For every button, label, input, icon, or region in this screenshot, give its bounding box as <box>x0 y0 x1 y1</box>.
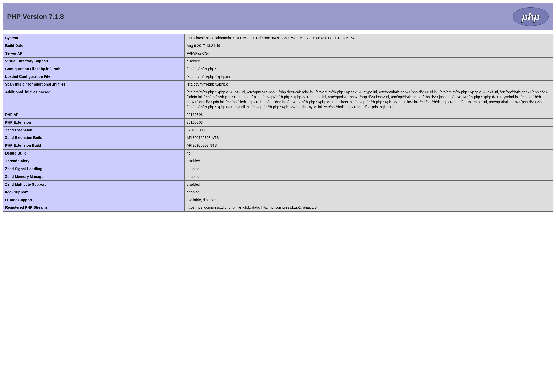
page-title: PHP Version 7.1.8 <box>7 13 64 21</box>
phpinfo-table: SystemLinux localhost.localdomain 3.10.0… <box>3 34 553 212</box>
config-value: 20160303 <box>184 118 553 126</box>
config-value: /etc/opt/rh/rh-php71 <box>184 65 553 73</box>
config-key: Virtual Directory Support <box>3 57 185 65</box>
table-row: Scan this dir for additional .ini files/… <box>3 81 553 88</box>
config-value: API20160303,NTS <box>184 142 553 150</box>
config-value: no <box>184 150 553 157</box>
table-row: Debug Buildno <box>3 150 553 157</box>
config-value: API320160303,NTS <box>184 134 553 142</box>
table-row: Zend Extension BuildAPI320160303,NTS <box>3 134 553 142</box>
config-key: Configuration File (php.ini) Path <box>3 65 185 73</box>
config-value: Aug 9 2017 13:21:49 <box>184 42 553 50</box>
config-value: /etc/opt/rh/rh-php71/php.d <box>184 81 553 88</box>
config-value: enabled <box>184 173 553 180</box>
config-value: enabled <box>184 165 553 173</box>
config-key: Zend Memory Manager <box>3 173 185 180</box>
table-row: SystemLinux localhost.localdomain 3.10.0… <box>3 34 553 42</box>
config-key: Build Date <box>3 42 185 50</box>
config-value: disabled <box>184 180 553 188</box>
table-row: Build DateAug 9 2017 13:21:49 <box>3 42 553 50</box>
config-key: Debug Build <box>3 150 185 157</box>
config-value: available, disabled <box>184 196 553 204</box>
config-key: DTrace Support <box>3 196 185 204</box>
svg-text:php: php <box>521 11 540 22</box>
config-key: IPv6 Support <box>3 188 185 196</box>
config-key: Scan this dir for additional .ini files <box>3 81 185 88</box>
table-row: DTrace Supportavailable, disabled <box>3 196 553 204</box>
table-row: Registered PHP Streamshttps, ftps, compr… <box>3 204 553 212</box>
table-row: Zend Extension320160303 <box>3 126 553 134</box>
table-row: Zend Signal Handlingenabled <box>3 165 553 173</box>
table-row: Virtual Directory Supportdisabled <box>3 57 553 65</box>
table-row: IPv6 Supportenabled <box>3 188 553 196</box>
table-row: PHP Extension20160303 <box>3 118 553 126</box>
phpinfo-header: PHP Version 7.1.8 php <box>3 3 553 30</box>
php-logo-icon: php <box>513 7 549 26</box>
config-key: Zend Multibyte Support <box>3 180 185 188</box>
config-key: Zend Extension <box>3 126 185 134</box>
table-row: Server APIFPM/FastCGI <box>3 50 553 57</box>
table-row: Configuration File (php.ini) Path/etc/op… <box>3 65 553 73</box>
table-row: PHP Extension BuildAPI20160303,NTS <box>3 142 553 150</box>
table-row: PHP API20160303 <box>3 111 553 118</box>
config-key: Zend Extension Build <box>3 134 185 142</box>
config-value: disabled <box>184 157 553 165</box>
config-value: https, ftps, compress.zlib, php, file, g… <box>184 204 553 212</box>
config-key: Thread Safety <box>3 157 185 165</box>
config-value: /etc/opt/rh/rh-php71/php.ini <box>184 73 553 81</box>
config-key: Additional .ini files parsed <box>3 88 185 111</box>
config-key: PHP API <box>3 111 185 118</box>
config-value: FPM/FastCGI <box>184 50 553 57</box>
config-key: PHP Extension Build <box>3 142 185 150</box>
config-value: Linux localhost.localdomain 3.10.0-693.2… <box>184 34 553 42</box>
config-key: Loaded Configuration File <box>3 73 185 81</box>
table-row: Zend Multibyte Supportdisabled <box>3 180 553 188</box>
config-key: Zend Signal Handling <box>3 165 185 173</box>
config-value: enabled <box>184 188 553 196</box>
config-value: disabled <box>184 57 553 65</box>
config-key: PHP Extension <box>3 118 185 126</box>
table-row: Loaded Configuration File/etc/opt/rh/rh-… <box>3 73 553 81</box>
config-key: System <box>3 34 185 42</box>
config-value: 20160303 <box>184 111 553 118</box>
table-row: Thread Safetydisabled <box>3 157 553 165</box>
config-key: Registered PHP Streams <box>3 204 185 212</box>
table-row: Zend Memory Managerenabled <box>3 173 553 180</box>
config-key: Server API <box>3 50 185 57</box>
table-row: Additional .ini files parsed/etc/opt/rh/… <box>3 88 553 111</box>
config-value: /etc/opt/rh/rh-php71/php.d/20-bz2.ini, /… <box>184 88 553 111</box>
config-value: 320160303 <box>184 126 553 134</box>
